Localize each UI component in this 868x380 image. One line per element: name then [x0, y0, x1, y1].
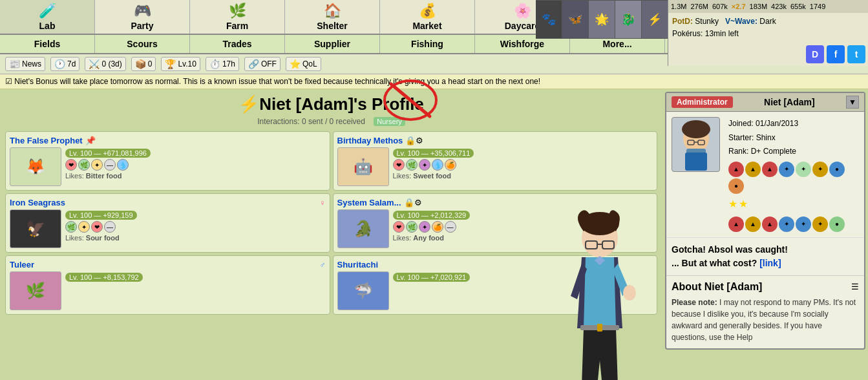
twitter-icon[interactable]: t — [847, 45, 865, 63]
nav-farm[interactable]: 🌿 Farm — [190, 0, 285, 34]
market-icon: 💰 — [419, 3, 436, 19]
top-img-1: 🐾 — [536, 1, 562, 38]
nav-shelter[interactable]: 🏠 Shelter — [285, 0, 380, 34]
nav-party[interactable]: 🎮 Party — [95, 0, 190, 34]
food-icon-0-3: — — [104, 159, 116, 171]
about-text: Please note: I may not respond to many P… — [672, 297, 859, 343]
gender-icon-4: ♂ — [320, 260, 326, 269]
nav-trades[interactable]: Trades — [190, 35, 285, 53]
starter-text: Starter: Shinx — [728, 131, 859, 145]
pokemon-name-3[interactable]: System Salam... — [337, 198, 401, 207]
stat-5: 183M — [750, 3, 768, 10]
wave-value: Dark — [759, 17, 776, 26]
nav-market-label: Market — [412, 21, 441, 31]
joined-text: Joined: 01/Jan/2013 — [728, 117, 859, 131]
offline-icon: 🔗 — [248, 59, 259, 69]
news-status[interactable]: 📰 News — [5, 57, 45, 71]
pokerus-label: Pokérus: — [672, 29, 703, 38]
pokemon-level-3: Lv. 100 — +2,012,329 — [393, 211, 471, 220]
battles-status[interactable]: ⚔️ 0 (3d) — [85, 57, 125, 71]
pokemon-details-4: Lv. 100 — +8,153,792 — [65, 271, 326, 310]
side-icons: D f t — [668, 43, 868, 66]
badge-12: ✦ — [779, 216, 794, 232]
pokemon-sprite-4: 🌿 — [10, 271, 61, 310]
pokemon-card-2-info: 🦅 Lv. 100 — +929,159 🌿 ✦ ❤ — Likes: Sour… — [10, 209, 326, 248]
qol-icon: ⭐ — [290, 59, 301, 69]
level-status[interactable]: 🏆 Lv.10 — [161, 57, 200, 71]
stat-6: 423k — [771, 3, 787, 10]
profile-badges-row2: ▲ ▲ ▲ ✦ ✦ ✦ ● — [728, 216, 859, 232]
pokemon-name-1[interactable]: Birthday Methos — [337, 136, 403, 145]
profile-badges-row1: ▲ ▲ ▲ ✦ ✦ ✦ ● ● — [728, 162, 859, 194]
nav-fields[interactable]: Fields — [0, 35, 95, 53]
nav-scours[interactable]: Scours — [95, 35, 190, 53]
offline-status[interactable]: 🔗 OFF — [244, 57, 281, 71]
items-label: 0 — [148, 59, 153, 69]
badge-1: ▲ — [728, 162, 744, 177]
badge-5: ✦ — [796, 162, 811, 177]
food-icon-0-2: ✦ — [91, 159, 103, 171]
nav-lab[interactable]: 🧪 Lab — [0, 0, 95, 34]
timer1-icon: 🕐 — [54, 59, 65, 69]
potd-label: PotD: — [672, 17, 693, 26]
discord-icon[interactable]: D — [806, 45, 824, 63]
nav-party-label: Party — [131, 21, 153, 31]
panel-close-btn[interactable]: ▼ — [846, 96, 859, 109]
pokemon-level-2: Lv. 100 — +929,159 — [65, 211, 137, 220]
level-icon: 🏆 — [165, 59, 176, 69]
food-icon-2-0: 🌿 — [65, 221, 77, 233]
pokemon-name-0[interactable]: The False Prophet — [10, 136, 83, 145]
food-icon-1-0: ❤ — [393, 159, 405, 171]
svg-point-9 — [682, 120, 710, 138]
admin-badge: Administrator — [672, 96, 733, 108]
pokemon-card-2: Iron Seagrass ♀ 🦅 Lv. 100 — +929,159 🌿 ✦… — [5, 193, 330, 253]
pokemon-card-4-header: Tuleer ♂ — [10, 260, 326, 269]
stat-7: 655k — [790, 3, 806, 10]
side-panel: 1.3M 276M 607k ×2.7 183M 423k 655k 1749 … — [668, 0, 868, 66]
nav-fishing[interactable]: Fishing — [380, 35, 475, 53]
star-2: ★ — [739, 195, 748, 214]
nav-market[interactable]: 💰 Market — [380, 0, 475, 34]
daycare-icon: 🌸 — [514, 3, 531, 19]
food-icon-1-4: 🍊 — [445, 159, 456, 171]
pokemon-name-5[interactable]: Shuritachi — [337, 260, 379, 269]
profile-panel-body: Joined: 01/Jan/2013 Starter: Shinx Rank:… — [666, 112, 864, 237]
about-section: About Niet [Adam] ☰ Please note: I may n… — [666, 275, 864, 348]
profile-panel-header: Administrator Niet [Adam] ▼ — [666, 93, 864, 112]
gotcha-line2: ... But at what cost? [link] — [672, 257, 859, 270]
top-img-5: ⚡ — [642, 1, 668, 38]
timer1-label: 7d — [67, 59, 76, 69]
items-status[interactable]: 📦 0 — [131, 57, 156, 71]
gotcha-link[interactable]: [link] — [759, 258, 781, 268]
food-icon-1-2: ✦ — [419, 159, 430, 171]
top-images-strip: 🐾 🦋 🌟 🐉 ⚡ — [536, 0, 668, 39]
svg-rect-7 — [597, 324, 602, 332]
profile-title: ⚡Niet [Adam]'s Profile — [5, 94, 657, 114]
alert-message: Niet's Bonus will take place tomorrow as… — [14, 77, 540, 86]
battles-label: 0 (3d) — [101, 59, 122, 69]
nav-supplier[interactable]: Supplier — [285, 35, 380, 53]
alert-checkbox[interactable]: ☑ — [5, 77, 12, 86]
stat-2: 276M — [690, 3, 708, 10]
badge-13: ✦ — [796, 216, 811, 232]
badge-14: ✦ — [812, 216, 828, 232]
pokemon-name-4[interactable]: Tuleer — [10, 260, 34, 269]
facebook-icon[interactable]: f — [827, 45, 845, 63]
timer2-status[interactable]: ⏱️ 17h — [206, 57, 239, 71]
stat-4: ×2.7 — [732, 3, 746, 10]
pokemon-level-0: Lv. 100 — +671,081,996 — [65, 149, 151, 158]
top-img-2: 🦋 — [562, 1, 588, 38]
star-badges: ★ ★ — [728, 195, 859, 214]
timer1-status[interactable]: 🕐 7d — [50, 57, 79, 71]
badge-10: ▲ — [745, 216, 761, 232]
food-icon-2-3: — — [104, 221, 116, 233]
pokemon-name-2[interactable]: Iron Seagrass — [10, 198, 65, 207]
about-title: About Niet [Adam] — [672, 281, 762, 293]
food-icon-1-3: 💧 — [432, 159, 443, 171]
items-icon: 📦 — [135, 59, 146, 69]
top-img-4: 🐉 — [615, 1, 641, 38]
about-menu-icon[interactable]: ☰ — [851, 282, 859, 291]
qol-status[interactable]: ⭐ QoL — [286, 57, 321, 71]
food-icon-3-4: — — [445, 221, 456, 233]
pokemon-level-4: Lv. 100 — +8,153,792 — [65, 273, 143, 282]
